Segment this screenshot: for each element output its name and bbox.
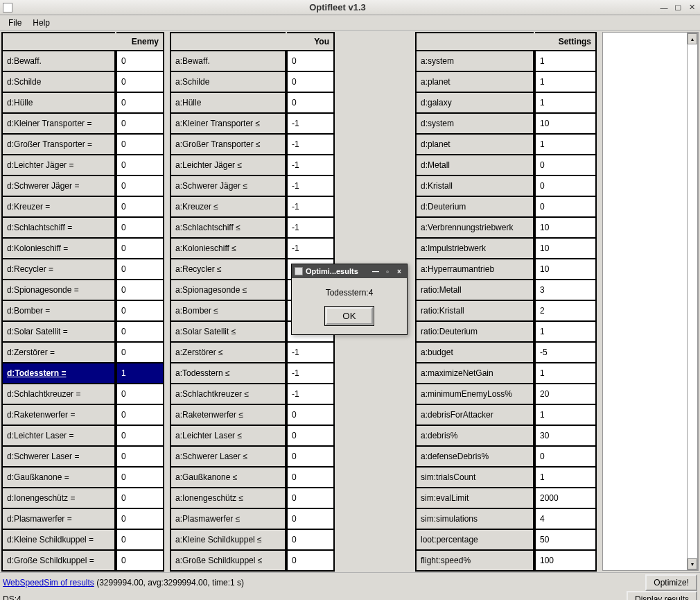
- settings-value-row[interactable]: 10: [535, 217, 596, 238]
- you-label-row[interactable]: a:Raketenwerfer ≤: [170, 404, 286, 425]
- enemy-label-row[interactable]: d:Schwerer Laser =: [2, 446, 115, 467]
- enemy-value-row[interactable]: 0: [116, 259, 164, 280]
- you-value-row[interactable]: 0: [287, 404, 334, 425]
- dialog-ok-button[interactable]: OK: [326, 307, 372, 325]
- settings-label-row[interactable]: a:minimumEnemyLoss%: [416, 384, 534, 404]
- you-value-row[interactable]: -1: [287, 342, 334, 363]
- you-value-row[interactable]: -1: [287, 155, 334, 175]
- enemy-value-row[interactable]: 0: [116, 384, 164, 404]
- settings-value-row[interactable]: 1: [535, 51, 596, 71]
- enemy-label-row[interactable]: d:Kleine Schildkuppel =: [2, 529, 115, 550]
- you-value-row[interactable]: -1: [287, 175, 334, 196]
- settings-label-row[interactable]: ratio:Kristall: [416, 300, 534, 321]
- settings-label-row[interactable]: a:debris%: [416, 425, 534, 446]
- enemy-value-row[interactable]: 0: [116, 404, 164, 425]
- settings-value-row[interactable]: 30: [535, 425, 596, 446]
- enemy-label-row[interactable]: d:Gaußkanone =: [2, 467, 115, 488]
- enemy-label-row[interactable]: d:Plasmawerfer =: [2, 508, 115, 529]
- settings-value-row[interactable]: 1: [535, 92, 596, 113]
- enemy-label-row[interactable]: d:Kleiner Transporter =: [2, 113, 115, 134]
- enemy-value-row[interactable]: 0: [116, 529, 164, 550]
- settings-label-row[interactable]: a:planet: [416, 71, 534, 92]
- settings-value-row[interactable]: 1: [535, 321, 596, 342]
- enemy-value-row[interactable]: 0: [116, 113, 164, 134]
- you-label-row[interactable]: a:Schlachtschiff ≤: [170, 217, 286, 238]
- enemy-label-row[interactable]: d:Zerstörer =: [2, 342, 115, 363]
- enemy-value-row[interactable]: 0: [116, 71, 164, 92]
- enemy-value-row[interactable]: 1: [116, 363, 164, 384]
- you-label-row[interactable]: a:Leichter Laser ≤: [170, 425, 286, 446]
- settings-label-row[interactable]: a:Verbrennungstriebwerk: [416, 217, 534, 238]
- dialog-maximize-button[interactable]: ▫: [383, 266, 392, 276]
- you-value-row[interactable]: 0: [287, 467, 334, 488]
- enemy-value-row[interactable]: 0: [116, 425, 164, 446]
- you-label-row[interactable]: a:Bewaff.: [170, 51, 286, 71]
- dialog-close-button[interactable]: ×: [394, 266, 404, 276]
- you-label-row[interactable]: a:Schilde: [170, 71, 286, 92]
- enemy-label-row[interactable]: d:Solar Satellit =: [2, 321, 115, 342]
- settings-label-row[interactable]: d:Kristall: [416, 175, 534, 196]
- settings-value-row[interactable]: 0: [535, 446, 596, 467]
- settings-value-row[interactable]: -5: [535, 342, 596, 363]
- settings-value-row[interactable]: 1: [535, 467, 596, 488]
- you-value-row[interactable]: 0: [287, 71, 334, 92]
- you-label-row[interactable]: a:Kleine Schildkuppel ≤: [170, 529, 286, 550]
- you-value-row[interactable]: -1: [287, 134, 334, 155]
- settings-label-row[interactable]: ratio:Metall: [416, 280, 534, 300]
- settings-label-row[interactable]: flight:speed%: [416, 550, 534, 571]
- you-label-row[interactable]: a:Todesstern ≤: [170, 363, 286, 384]
- you-label-row[interactable]: a:Großer Transporter ≤: [170, 134, 286, 155]
- enemy-label-row[interactable]: d:Leichter Laser =: [2, 425, 115, 446]
- settings-value-row[interactable]: 0: [535, 155, 596, 175]
- settings-label-row[interactable]: sim:evalLimit: [416, 488, 534, 508]
- enemy-label-row[interactable]: d:Raketenwerfer =: [2, 404, 115, 425]
- enemy-label-row[interactable]: d:Bewaff.: [2, 51, 115, 71]
- enemy-value-row[interactable]: 0: [116, 446, 164, 467]
- settings-label-row[interactable]: a:maximizeNetGain: [416, 363, 534, 384]
- settings-label-row[interactable]: a:defenseDebris%: [416, 446, 534, 467]
- enemy-value-row[interactable]: 0: [116, 508, 164, 529]
- settings-value-row[interactable]: 4: [535, 508, 596, 529]
- enemy-value-row[interactable]: 0: [116, 550, 164, 571]
- settings-label-row[interactable]: a:Impulstriebwerk: [416, 238, 534, 259]
- enemy-value-row[interactable]: 0: [116, 217, 164, 238]
- settings-label-row[interactable]: a:system: [416, 51, 534, 71]
- enemy-label-row[interactable]: d:Hülle: [2, 92, 115, 113]
- enemy-value-row[interactable]: 0: [116, 196, 164, 217]
- enemy-label-row[interactable]: d:Bomber =: [2, 300, 115, 321]
- you-value-row[interactable]: -1: [287, 217, 334, 238]
- settings-value-row[interactable]: 50: [535, 529, 596, 550]
- settings-label-row[interactable]: d:system: [416, 113, 534, 134]
- you-label-row[interactable]: a:Schwerer Jäger ≤: [170, 175, 286, 196]
- enemy-label-row[interactable]: d:Schilde: [2, 71, 115, 92]
- settings-value-row[interactable]: 10: [535, 113, 596, 134]
- enemy-label-row[interactable]: d:Ionengeschütz =: [2, 488, 115, 508]
- enemy-label-row[interactable]: d:Recycler =: [2, 259, 115, 280]
- you-label-row[interactable]: a:Solar Satellit ≤: [170, 321, 286, 342]
- dialog-minimize-button[interactable]: —: [371, 266, 380, 276]
- settings-value-row[interactable]: 2: [535, 300, 596, 321]
- settings-value-row[interactable]: 10: [535, 238, 596, 259]
- enemy-value-row[interactable]: 0: [116, 342, 164, 363]
- enemy-value-row[interactable]: 0: [116, 175, 164, 196]
- enemy-value-row[interactable]: 0: [116, 92, 164, 113]
- settings-label-row[interactable]: d:Metall: [416, 155, 534, 175]
- you-label-row[interactable]: a:Kleiner Transporter ≤: [170, 113, 286, 134]
- settings-value-row[interactable]: 0: [535, 175, 596, 196]
- enemy-label-row[interactable]: d:Todesstern =: [2, 363, 115, 384]
- you-label-row[interactable]: a:Hülle: [170, 92, 286, 113]
- settings-label-row[interactable]: loot:percentage: [416, 529, 534, 550]
- settings-label-row[interactable]: d:Deuterium: [416, 196, 534, 217]
- you-value-row[interactable]: 0: [287, 92, 334, 113]
- enemy-value-row[interactable]: 0: [116, 280, 164, 300]
- scroll-up-button[interactable]: ▴: [688, 33, 697, 44]
- settings-label-row[interactable]: d:planet: [416, 134, 534, 155]
- you-label-row[interactable]: a:Zerstörer ≤: [170, 342, 286, 363]
- enemy-value-row[interactable]: 0: [116, 155, 164, 175]
- you-value-row[interactable]: -1: [287, 113, 334, 134]
- you-value-row[interactable]: 0: [287, 446, 334, 467]
- you-value-row[interactable]: -1: [287, 384, 334, 404]
- you-value-row[interactable]: 0: [287, 529, 334, 550]
- settings-label-row[interactable]: sim:simulations: [416, 508, 534, 529]
- you-value-row[interactable]: 0: [287, 51, 334, 71]
